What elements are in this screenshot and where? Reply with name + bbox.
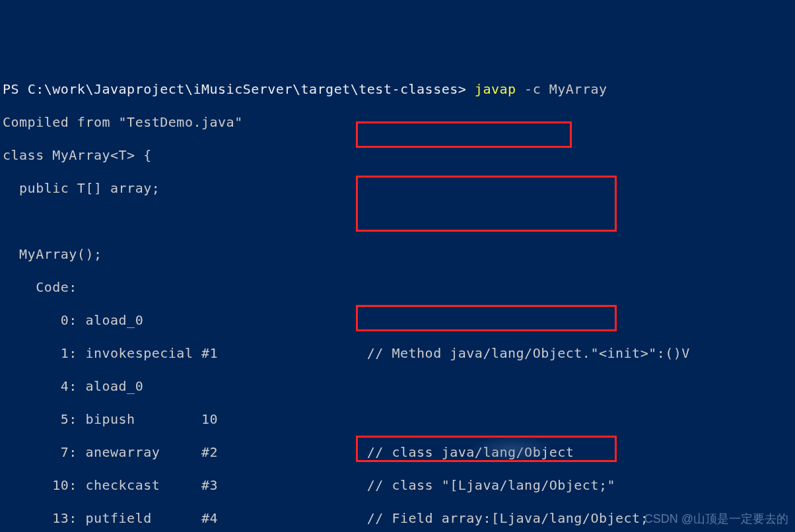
ps-prefix: PS: [3, 81, 28, 97]
prompt-path: C:\work\Javaproject\iMusicServer\target\…: [28, 81, 467, 97]
terminal-output: PS C:\work\Javaproject\iMusicServer\targ…: [0, 63, 795, 532]
output-line: Code:: [3, 279, 795, 296]
cmd-javap: javap: [466, 81, 516, 97]
output-line: 1: invokespecial #1 // Method java/lang/…: [3, 345, 795, 362]
prompt-line[interactable]: PS C:\work\Javaproject\iMusicServer\targ…: [3, 81, 795, 98]
watermark-text: CSDN @山顶是一定要去的: [644, 511, 788, 527]
output-line: MyArray();: [3, 246, 795, 263]
output-line: 10: checkcast #3 // class "[Ljava/lang/O…: [3, 477, 795, 494]
output-line: 0: aload_0: [3, 312, 795, 329]
output-line: 7: anewarray #2 // class java/lang/Objec…: [3, 444, 795, 461]
cmd-arg: MyArray: [541, 81, 607, 97]
output-line: Compiled from "TestDemo.java": [3, 114, 795, 131]
output-line: class MyArray<T> {: [3, 147, 795, 164]
output-line: public T[] array;: [3, 180, 795, 197]
output-line: [3, 213, 795, 230]
cmd-flag: -c: [516, 81, 541, 97]
output-line: 5: bipush 10: [3, 411, 795, 428]
output-line: 4: aload_0: [3, 378, 795, 395]
